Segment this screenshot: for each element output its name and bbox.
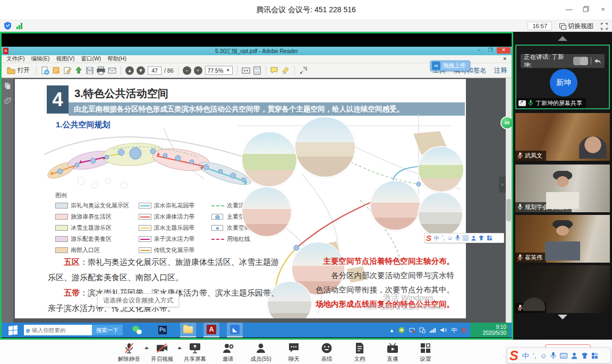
panel-expand-tab[interactable]: › <box>499 177 506 193</box>
unmute-button[interactable]: 解除静音 <box>113 342 146 363</box>
participant-video[interactable]: 苗运涛 <box>515 265 610 313</box>
adobe-titlebar[interactable]: A 5.30汇报_opt.pdf - Adobe Reader – ❒ ✕ <box>2 47 512 55</box>
voice-input-icon[interactable] <box>550 352 556 359</box>
start-button[interactable] <box>2 323 24 337</box>
active-speaker-tile[interactable]: 新坤 正在讲话: 丁新坤; 丁新坤的屏幕共享 <box>515 45 610 109</box>
zoom-out-icon[interactable]: – <box>183 66 191 75</box>
chinese-mode-icon[interactable]: 中 <box>434 233 439 242</box>
adobe-scrollbar[interactable] <box>506 78 512 323</box>
scroll-up-icon[interactable] <box>558 36 567 41</box>
close-icon[interactable]: × <box>599 5 607 13</box>
taskbar-explorer[interactable] <box>180 323 196 337</box>
settings-button[interactable]: 设置 <box>409 342 442 363</box>
highlight-icon[interactable] <box>282 66 290 75</box>
menu-view[interactable]: 视图(V) <box>53 55 77 63</box>
tray-360-icon[interactable] <box>398 327 405 333</box>
invite-button[interactable]: 邀请 <box>211 342 244 363</box>
chinese-mode-icon[interactable]: 中 <box>522 351 529 360</box>
fullscreen-icon[interactable] <box>601 23 608 30</box>
adobe-minimize-icon[interactable]: – <box>474 47 484 54</box>
tray-expand-icon[interactable]: ▲ <box>389 327 394 333</box>
redline-marker <box>211 236 224 242</box>
save-icon[interactable] <box>86 66 94 75</box>
page-number-input[interactable] <box>148 66 162 75</box>
punctuation-icon[interactable]: ’, <box>442 233 445 242</box>
pages-panel-icon[interactable] <box>4 82 11 90</box>
emoji-panel-icon[interactable]: ☺ <box>540 351 547 360</box>
taskbar-photoshop[interactable]: Ps <box>155 323 171 337</box>
menu-help[interactable]: 帮助(H) <box>105 55 129 63</box>
taskbar-wechat[interactable] <box>129 323 145 337</box>
fit-page-icon[interactable] <box>253 66 261 75</box>
sticky-note-icon[interactable] <box>52 66 61 75</box>
export-icon[interactable] <box>74 66 83 75</box>
taskbar-search[interactable]: e <box>24 325 92 335</box>
participant-video[interactable]: 崔英伟 <box>515 215 610 263</box>
punctuation-icon[interactable]: ’, <box>533 351 537 360</box>
ime-indicator-icon[interactable]: 中 <box>451 326 457 334</box>
restore-icon[interactable] <box>582 5 590 13</box>
account-icon[interactable] <box>571 352 577 359</box>
adobe-close-icon[interactable]: ✕ <box>497 47 511 54</box>
sign-pen-icon[interactable] <box>63 66 72 75</box>
docs-button[interactable]: 文档 <box>343 342 376 363</box>
network-icon[interactable] <box>430 327 436 333</box>
print-icon[interactable] <box>97 66 105 75</box>
tray-sogou-icon[interactable]: S <box>461 327 466 334</box>
tray-clock[interactable]: 9:10 2020/5/30 <box>470 323 509 337</box>
minimize-icon[interactable]: — <box>565 5 573 13</box>
search-input[interactable] <box>32 327 78 333</box>
participant-video[interactable]: 规划学会-耿宏兵 <box>515 164 610 212</box>
speaker-avatar: 新坤 <box>550 69 577 97</box>
activate-windows-hint: 转到“电脑设置”以激活 Windows。 <box>366 304 449 311</box>
prev-page-icon[interactable]: ▲ <box>125 66 134 75</box>
speed-ball-badge[interactable]: 69 <box>500 116 512 129</box>
share-screen-button[interactable]: 共享屏幕 <box>178 342 211 363</box>
soft-keyboard-icon[interactable] <box>560 353 567 359</box>
start-video-button[interactable]: 开启视频 <box>146 342 178 363</box>
search-go-button[interactable]: 搜索一下 <box>92 325 123 335</box>
email-icon[interactable] <box>108 66 116 75</box>
open-button[interactable]: 打开 <box>5 65 32 76</box>
zoom-level-select[interactable]: 77.5%▼ <box>205 66 233 75</box>
taskbar-meeting-app[interactable]: ◣ <box>227 323 243 337</box>
menu-edit[interactable]: 编辑(E) <box>28 55 52 63</box>
switch-view-button[interactable]: 切换视图 <box>559 22 593 31</box>
scroll-down-icon[interactable] <box>558 315 567 319</box>
action-center-icon[interactable] <box>409 327 415 333</box>
voice-input-icon[interactable] <box>455 235 460 241</box>
chat-button[interactable]: 聊天 <box>277 342 310 363</box>
reply-arrow-icon[interactable] <box>594 58 601 64</box>
skin-icon[interactable] <box>581 353 588 359</box>
menu-file[interactable]: 文件(F) <box>4 55 27 63</box>
scrollbar-thumb[interactable] <box>506 199 511 221</box>
sogou-ime-bar-mini[interactable]: S 中 ’, ☺ <box>424 233 504 243</box>
sogou-logo-icon: S <box>509 349 518 362</box>
send-share-icon[interactable] <box>299 66 308 75</box>
toolbox-grid-icon[interactable] <box>592 353 598 359</box>
pdf-create-icon[interactable] <box>41 66 49 75</box>
attachments-icon[interactable] <box>4 97 11 105</box>
fit-width-icon[interactable] <box>242 66 250 75</box>
account-icon[interactable] <box>471 236 476 241</box>
soft-keyboard-icon[interactable] <box>463 236 469 240</box>
volume-icon[interactable] <box>440 327 447 333</box>
menu-window[interactable]: 窗口(W) <box>78 55 104 63</box>
toolbox-grid-icon[interactable] <box>487 236 492 240</box>
members-button[interactable]: 成员(55) <box>244 342 277 363</box>
next-page-icon[interactable]: ▼ <box>137 66 145 75</box>
drag-upload-tip[interactable]: ∞ 拖拽上传 <box>430 60 470 71</box>
emoji-panel-icon[interactable]: ☺ <box>447 233 453 242</box>
adobe-restore-icon[interactable]: ❒ <box>486 47 495 54</box>
live-button[interactable]: 直播 <box>376 342 409 363</box>
menubar-close-icon[interactable]: ✕ <box>500 56 509 62</box>
comment-tab[interactable]: 注释 <box>494 66 507 75</box>
taskbar-acrobat[interactable]: A <box>203 323 219 337</box>
participant-video[interactable]: 武凤文 <box>515 113 610 161</box>
comment-bubble-icon[interactable] <box>270 66 279 75</box>
emoji-button[interactable]: 表情 <box>310 342 343 363</box>
sogou-ime-bar[interactable]: S 中 ’, ☺ <box>507 348 611 363</box>
pc-status-icon[interactable] <box>419 327 426 333</box>
zoom-in-icon[interactable]: + <box>194 66 202 75</box>
skin-icon[interactable] <box>479 236 484 240</box>
